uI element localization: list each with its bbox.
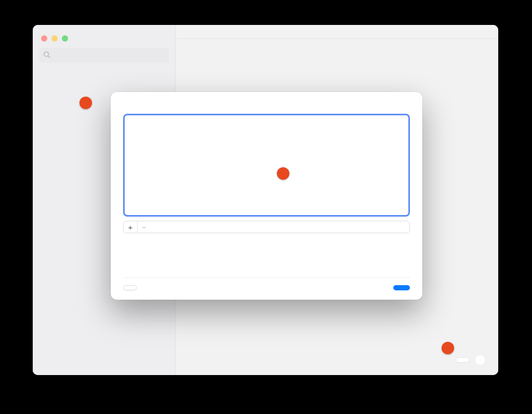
add-remove-control: + −: [123, 221, 410, 233]
add-location-button[interactable]: +: [124, 221, 137, 233]
remove-location-button[interactable]: −: [137, 221, 151, 233]
privacy-locations-dropzone[interactable]: [123, 114, 410, 217]
annotation-badge-3: [277, 167, 289, 180]
about-siri-privacy-button[interactable]: [123, 285, 137, 290]
results-list-top: [176, 39, 498, 49]
spotlight-privacy-button[interactable]: [456, 357, 469, 363]
fullscreen-window-icon[interactable]: [62, 35, 68, 42]
svg-line-1: [48, 56, 50, 58]
search-icon: [43, 51, 50, 58]
annotation-badge-2: [442, 342, 454, 354]
svg-point-0: [44, 52, 49, 57]
search-input[interactable]: [39, 48, 169, 62]
minimize-window-icon[interactable]: [51, 35, 58, 42]
annotation-badge-1: [79, 97, 92, 109]
privacy-modal: + −: [111, 92, 422, 300]
done-button[interactable]: [393, 285, 410, 290]
main-header: [176, 25, 498, 39]
help-button[interactable]: [474, 354, 486, 366]
close-window-icon[interactable]: [41, 35, 47, 42]
window-controls: [33, 29, 175, 47]
